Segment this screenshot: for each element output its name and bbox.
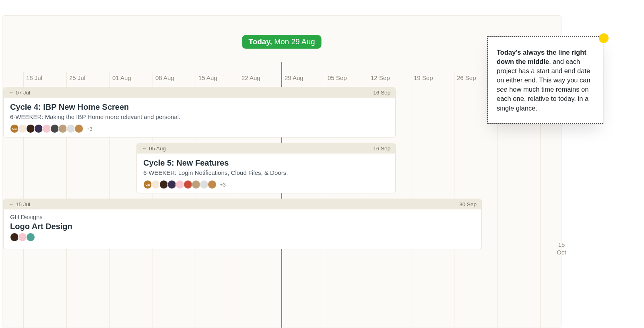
timeline-date-label: 15 Aug bbox=[198, 74, 217, 81]
avatar bbox=[58, 124, 67, 133]
avatar bbox=[10, 233, 19, 242]
avatar bbox=[159, 180, 168, 189]
timeline-date-label: 25 Jul bbox=[69, 74, 85, 81]
timeline-date-label: 05 Sep bbox=[328, 74, 347, 81]
project-card-body: GH DesignsLogo Art Design bbox=[4, 209, 481, 247]
avatar bbox=[167, 180, 176, 189]
annotation-callout: Today's always the line right down the m… bbox=[487, 36, 603, 124]
arrow-left-icon: ← bbox=[8, 89, 14, 96]
timeline-date-label: 29 Aug bbox=[285, 74, 303, 81]
project-start-date: 15 Jul bbox=[16, 201, 30, 207]
avatar bbox=[26, 124, 35, 133]
project-end-date: 30 Sep bbox=[459, 201, 477, 207]
avatar: CS bbox=[143, 180, 152, 189]
project-title: Cycle 4: IBP New Home Screen bbox=[10, 102, 389, 112]
today-label-bold: Today, bbox=[248, 37, 272, 46]
arrow-left-icon: ← bbox=[8, 201, 14, 207]
project-subtitle: 6-WEEKER: Login Notifications, Cloud Fil… bbox=[143, 169, 389, 176]
avatar bbox=[184, 180, 192, 189]
project-card-header: ←05 Aug16 Sep bbox=[137, 143, 395, 154]
today-label-rest: Mon 29 Aug bbox=[272, 37, 315, 46]
project-client: GH Designs bbox=[10, 213, 475, 220]
avatar-stack: CS+3 bbox=[10, 124, 389, 133]
avatar bbox=[34, 124, 43, 133]
project-start-date: 07 Jul bbox=[16, 90, 30, 96]
timeline-date-label: 22 Aug bbox=[242, 74, 260, 81]
timeline-date-label: 08 Aug bbox=[155, 74, 174, 81]
avatar bbox=[50, 124, 59, 133]
project-end-date: 16 Sep bbox=[373, 146, 390, 152]
timeline-date-label: 01 Aug bbox=[112, 74, 131, 81]
avatar bbox=[208, 180, 217, 189]
annotation-see: see bbox=[497, 86, 508, 93]
project-title: Logo Art Design bbox=[10, 222, 475, 231]
annotation-tail-b: how much time remains on each one, relat… bbox=[497, 86, 588, 111]
avatar bbox=[175, 180, 184, 189]
project-card-body: Cycle 4: IBP New Home Screen6-WEEKER: Ma… bbox=[4, 98, 395, 137]
avatar bbox=[200, 180, 208, 189]
avatar-stack bbox=[10, 233, 475, 242]
avatar: CS bbox=[10, 124, 19, 133]
avatar-stack: CS+3 bbox=[143, 180, 389, 189]
annotation-marker-dot bbox=[599, 33, 609, 43]
edge-date: 15Oct bbox=[555, 241, 568, 256]
project-start-date: 05 Aug bbox=[149, 146, 166, 152]
project-card-body: Cycle 5: New Features6-WEEKER: Login Not… bbox=[137, 154, 395, 193]
timeline-date-label: 26 Sep bbox=[457, 74, 476, 81]
project-end-date: 16 Sep bbox=[373, 90, 390, 96]
project-card[interactable]: ←05 Aug16 SepCycle 5: New Features6-WEEK… bbox=[136, 143, 396, 193]
project-card-header: ←15 Jul30 Sep bbox=[4, 199, 481, 209]
avatar bbox=[151, 180, 160, 189]
avatar bbox=[18, 233, 27, 242]
timeline-date-label: 18 Jul bbox=[26, 74, 42, 81]
today-pill[interactable]: Today, Mon 29 Aug bbox=[242, 35, 321, 49]
project-card[interactable]: ←07 Jul16 SepCycle 4: IBP New Home Scree… bbox=[3, 87, 396, 137]
timeline-date-label: 19 Sep bbox=[414, 74, 433, 81]
avatar-overflow-count: +3 bbox=[87, 126, 93, 132]
project-card-header: ←07 Jul16 Sep bbox=[4, 87, 395, 98]
avatar bbox=[74, 124, 83, 133]
avatar-overflow-count: +3 bbox=[220, 182, 226, 188]
avatar bbox=[42, 124, 51, 133]
timeline-date-label: 12 Sep bbox=[371, 74, 390, 81]
project-title: Cycle 5: New Features bbox=[143, 158, 389, 168]
avatar bbox=[18, 124, 27, 133]
avatar bbox=[26, 233, 35, 242]
arrow-left-icon: ← bbox=[142, 145, 147, 152]
project-subtitle: 6-WEEKER: Making the IBP Home more relev… bbox=[10, 113, 389, 120]
project-card[interactable]: ←15 Jul30 SepGH DesignsLogo Art Design bbox=[3, 199, 482, 249]
avatar bbox=[66, 124, 75, 133]
timeline-viewport[interactable]: 18 Jul25 Jul01 Aug08 Aug15 Aug22 Aug29 A… bbox=[2, 15, 561, 328]
avatar bbox=[192, 180, 200, 189]
